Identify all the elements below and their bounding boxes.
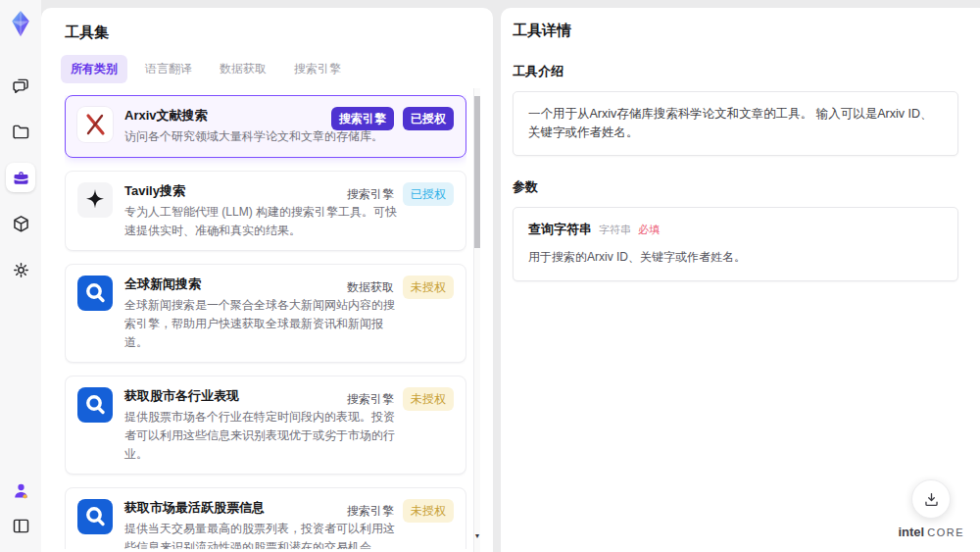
corner-widgets: intelcore — [898, 479, 964, 538]
tab-language-translation[interactable]: 语言翻译 — [135, 55, 202, 83]
category-badge: 搜索引擎 — [347, 499, 394, 523]
param-header: 查询字符串 字符串 必填 — [528, 221, 943, 238]
app-root: 工具集 所有类别 语言翻译 数据获取 搜索引擎 Arxiv文献搜索 访问各个研究… — [0, 0, 980, 552]
param-type: 字符串 — [599, 223, 631, 237]
category-badge: 搜索引擎 — [347, 387, 394, 411]
tab-all-categories[interactable]: 所有类别 — [61, 55, 127, 83]
scrollbar-down-arrow[interactable]: ▾ — [473, 532, 481, 540]
news-search-icon — [77, 499, 113, 534]
tool-intro-text: 一个用于从Arxiv存储库搜索科学论文和文章的工具。 输入可以是Arxiv ID… — [513, 91, 958, 156]
tool-desc: 提供当天交易量最高的股票列表，投资者可以利用这些信息来识别流动性强的股票和潜在的… — [124, 520, 399, 549]
auth-badge: 已授权 — [403, 107, 454, 130]
app-logo-icon[interactable] — [7, 8, 34, 39]
tools-panel: 工具集 所有类别 语言翻译 数据获取 搜索引擎 Arxiv文献搜索 访问各个研究… — [41, 8, 493, 552]
tool-card-active-stocks[interactable]: 获取市场最活跃股票信息 提供当天交易量最高的股票列表，投资者可以利用这些信息来识… — [65, 487, 466, 549]
tab-search-engine[interactable]: 搜索引擎 — [284, 55, 351, 83]
tool-card-stock-sectors[interactable]: 获取股市各行业表现 提供股票市场各个行业在特定时间段内的表现。投资者可以利用这些… — [65, 376, 466, 475]
param-required-badge: 必填 — [638, 223, 660, 237]
sidebar-nav — [6, 71, 35, 284]
sidebar — [0, 0, 41, 552]
tool-list: Arxiv文献搜索 访问各个研究领域大量科学论文和文章的存储库。 搜索引擎 已授… — [65, 95, 466, 549]
param-desc: 用于搜索的Arxiv ID、关键字或作者姓名。 — [528, 248, 943, 266]
tavily-icon — [77, 182, 113, 218]
category-tabs: 所有类别 语言翻译 数据获取 搜索引擎 — [61, 55, 493, 83]
cube-icon[interactable] — [6, 209, 35, 238]
tool-card-tavily[interactable]: Tavily搜索 专为人工智能代理 (LLM) 构建的搜索引擎工具。可快速提供实… — [65, 171, 466, 251]
news-search-icon — [77, 387, 113, 423]
category-badge: 搜索引擎 — [331, 107, 394, 130]
scrollbar[interactable]: ▾ — [473, 88, 480, 552]
tool-desc: 全球新闻搜索是一个聚合全球各大新闻网站内容的搜索引擎，帮助用户快速获取全球最新资… — [124, 296, 399, 351]
tool-badges: 搜索引擎 未授权 — [347, 499, 454, 523]
collapse-panel-icon[interactable] — [6, 511, 35, 540]
auth-badge: 未授权 — [403, 276, 454, 299]
tool-badges: 搜索引擎 已授权 — [347, 182, 454, 206]
param-card: 查询字符串 字符串 必填 用于搜索的Arxiv ID、关键字或作者姓名。 — [513, 207, 958, 281]
tab-data-acquisition[interactable]: 数据获取 — [210, 55, 276, 83]
tool-card-arxiv[interactable]: Arxiv文献搜索 访问各个研究领域大量科学论文和文章的存储库。 搜索引擎 已授… — [65, 95, 466, 158]
page-title: 工具集 — [65, 24, 493, 42]
detail-title: 工具详情 — [513, 22, 958, 40]
params-heading: 参数 — [513, 178, 958, 196]
tool-badges: 搜索引擎 已授权 — [331, 107, 454, 130]
scrollbar-thumb[interactable] — [474, 96, 480, 248]
user-avatar-icon[interactable] — [6, 476, 35, 505]
chat-icon[interactable] — [6, 71, 35, 100]
sidebar-bottom — [6, 476, 35, 540]
auth-badge: 未授权 — [403, 499, 454, 523]
tool-desc: 专为人工智能代理 (LLM) 构建的搜索引擎工具。可快速提供实时、准确和真实的结… — [124, 203, 399, 239]
category-badge: 数据获取 — [347, 276, 394, 299]
news-search-icon — [77, 276, 113, 311]
tool-detail-panel: 工具详情 工具介绍 一个用于从Arxiv存储库搜索科学论文和文章的工具。 输入可… — [501, 8, 980, 552]
gear-icon[interactable] — [6, 255, 35, 284]
toolbox-icon[interactable] — [6, 163, 35, 192]
auth-badge: 已授权 — [403, 182, 454, 206]
tool-desc: 提供股票市场各个行业在特定时间段内的表现。投资者可以利用这些信息来识别表现优于或… — [124, 408, 399, 463]
intel-core-logo: intelcore — [898, 526, 964, 538]
category-badge: 搜索引擎 — [347, 182, 394, 206]
folder-icon[interactable] — [6, 117, 35, 146]
download-button[interactable] — [911, 479, 951, 519]
auth-badge: 未授权 — [403, 387, 454, 411]
param-name: 查询字符串 — [528, 221, 592, 238]
tool-badges: 数据获取 未授权 — [347, 276, 454, 299]
arxiv-icon — [77, 107, 113, 142]
intro-heading: 工具介绍 — [513, 63, 958, 80]
tool-badges: 搜索引擎 未授权 — [347, 387, 454, 411]
tool-card-global-news[interactable]: 全球新闻搜索 全球新闻搜索是一个聚合全球各大新闻网站内容的搜索引擎，帮助用户快速… — [65, 264, 466, 363]
